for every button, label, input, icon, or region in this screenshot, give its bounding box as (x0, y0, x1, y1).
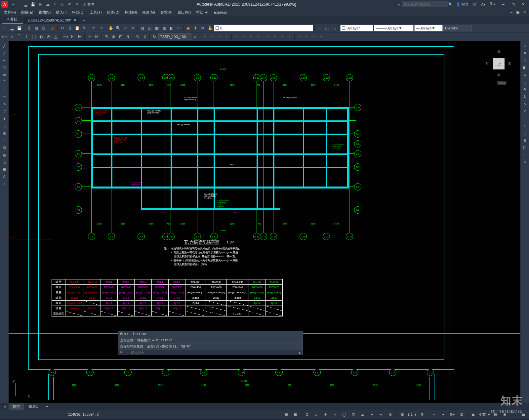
tb-close-icon[interactable]: ◧ (50, 25, 56, 31)
draw-arc-icon[interactable]: ⌒ (1, 79, 8, 85)
sb-ortho-icon[interactable]: ∟ (313, 411, 320, 418)
sb-ann2-icon[interactable]: ✦ (439, 411, 447, 418)
tb-freeze-icon[interactable]: ❄ (199, 25, 206, 31)
tb-redo-icon[interactable]: ↷ (98, 25, 104, 31)
draw-gradient-icon[interactable]: ▦ (1, 151, 8, 158)
draw-point-icon[interactable]: · (1, 137, 8, 144)
sb-tpy-icon[interactable]: ⊘ (387, 411, 394, 418)
tb-preview-icon[interactable]: ▤ (33, 25, 39, 31)
dim-base-icon[interactable]: Ⱶ (69, 33, 76, 40)
print-icon[interactable]: ⎙ (60, 2, 65, 7)
layout-tab-new[interactable]: + (43, 404, 51, 409)
wcs-badge[interactable]: WCS (497, 81, 507, 85)
redo-icon[interactable]: ↷ (74, 2, 79, 7)
mod2-break-icon[interactable]: ⊟ (521, 130, 528, 136)
menu-draw[interactable]: 绘图(D) (105, 9, 121, 16)
command-input[interactable] (130, 350, 297, 355)
command-line[interactable]: 命令: _texteⅢⅡ 当前设置: 端接模式 = Multiple 选择注释对… (118, 331, 303, 355)
tb-new-icon[interactable]: ▫ (1, 25, 8, 31)
sb-dyn-icon[interactable]: + (368, 411, 376, 418)
mod-stretch-icon[interactable]: ▫ (264, 33, 271, 40)
linetype-combo[interactable]: ——— ByLayer ▾ (374, 25, 414, 31)
sb-otrack-icon[interactable]: ∠ (359, 411, 366, 418)
mod-extend-icon[interactable]: ▫ (279, 33, 286, 40)
menu-view[interactable]: 视图(V) (37, 9, 53, 16)
dim-dia-icon[interactable]: ⊘ (45, 33, 52, 40)
sb-polar-icon[interactable]: ✳ (322, 411, 329, 418)
mod2-chamfer-icon[interactable]: ◸ (521, 144, 528, 151)
menu-dim[interactable]: 标注(N) (123, 9, 139, 16)
mod2-stretch-icon[interactable]: ⤢ (521, 108, 528, 114)
sb-grid-icon[interactable]: ⊞ (292, 411, 299, 418)
sb-sc-icon[interactable]: ▦ (398, 411, 406, 418)
plot-style-combo[interactable]: ByColor (443, 25, 472, 31)
dim-linear-icon[interactable]: ⟼ (1, 33, 8, 40)
mod2-copy-icon[interactable]: ⎘ (521, 57, 528, 63)
mod-offset-icon[interactable]: ▫ (224, 33, 230, 40)
save-icon[interactable]: 💾 (30, 2, 36, 7)
dim-aligned-icon[interactable]: ↗ (9, 33, 15, 40)
viewcube[interactable]: 上 北 南 东 西 (484, 49, 514, 79)
mod-chamfer-icon[interactable]: ▫ (303, 33, 310, 40)
layout-tab-model[interactable]: 模型 (9, 403, 24, 410)
mod2-scale-icon[interactable]: ⤡ (521, 101, 528, 107)
color-combo[interactable]: ByLayer (340, 25, 373, 31)
tab-file[interactable]: 200911241259074151799*✕ (24, 17, 80, 24)
draw-block-icon[interactable]: ▣ (1, 130, 8, 136)
mod-mirror-icon[interactable]: ▫ (216, 33, 223, 40)
dim-tol-icon[interactable]: ⊞ (103, 33, 109, 40)
mod-fillet-icon[interactable]: ▫ (310, 33, 317, 40)
mod-scale-icon[interactable]: ▫ (255, 33, 262, 40)
dim-jogln-icon[interactable]: ↯ (125, 33, 131, 40)
dim-center-icon[interactable]: ⊕ (110, 33, 117, 40)
nav-home-icon[interactable]: ⌂ (521, 42, 528, 49)
draw-insert-icon[interactable]: ⬚ (1, 122, 8, 129)
sb-lwt-icon[interactable]: ≡ (378, 411, 385, 418)
draw-mtext-icon[interactable]: A (1, 173, 8, 180)
mod-move-icon[interactable]: ▫ (240, 33, 247, 40)
dim-rad-icon[interactable]: ◯ (30, 33, 37, 40)
app-logo[interactable]: A (1, 1, 8, 8)
tb-zoom-icon[interactable]: 🔍 (115, 25, 121, 31)
menu-tools[interactable]: 工具(T) (88, 9, 104, 16)
web-icon[interactable]: ☁ (45, 2, 50, 7)
draw-hatch-icon[interactable]: ▨ (1, 144, 8, 151)
menu-edit[interactable]: 编辑(E) (19, 9, 35, 16)
tb-tp-icon[interactable]: ▦ (153, 25, 160, 31)
minimize-button[interactable]: ─ (499, 1, 508, 8)
open-icon[interactable]: ▂ (23, 2, 28, 7)
floor-plan[interactable]: 2-1 2-2 2-4 2-5 2-6 2-8 2-10 2-13 2-14 2… (71, 67, 359, 239)
lineweight-combo[interactable]: — ByLayer ▾ (414, 25, 443, 31)
tab-close-icon[interactable]: ✕ (73, 18, 76, 22)
mod2-array-icon[interactable]: ⊞ (521, 79, 528, 85)
menu-file[interactable]: 文件(F) (2, 9, 18, 16)
draw-ellarc-icon[interactable]: ◗ (1, 115, 8, 122)
dim-ord-icon[interactable]: ⊥ (23, 33, 30, 40)
mod2-rotate-icon[interactable]: ↻ (521, 93, 528, 100)
draw-region-icon[interactable]: ▢ (1, 159, 8, 165)
tb-copy-icon[interactable]: ⎘ (66, 25, 73, 31)
tb-publish-icon[interactable]: ⎙ (40, 25, 47, 31)
mod2-trim-icon[interactable]: ⟋ (521, 115, 528, 122)
tb-prop-icon[interactable]: ▤ (139, 25, 145, 31)
draw-line-icon[interactable]: ╱ (1, 42, 8, 49)
mod2-move-icon[interactable]: ✥ (521, 86, 528, 93)
draw-revcloud-icon[interactable]: 〰 (1, 93, 8, 100)
tb-dc-icon[interactable]: ◫ (146, 25, 153, 31)
mod-break-icon[interactable]: ▫ (286, 33, 293, 40)
menu-help[interactable]: 帮助(H) (194, 9, 210, 16)
saveas-icon[interactable]: ⎘ (38, 2, 43, 7)
tb-cut-icon[interactable]: ✂ (59, 25, 66, 31)
draw-circle-icon[interactable]: ○ (1, 86, 8, 93)
menu-window[interactable]: 窗口(W) (176, 9, 193, 16)
draw-table-icon[interactable]: ▦ (1, 166, 8, 173)
dim-insp-icon[interactable]: ⊡ (117, 33, 124, 40)
mod2-fillet-icon[interactable]: ◜ (521, 151, 528, 158)
menu-express[interactable]: Express (212, 10, 229, 15)
dim-ang-icon[interactable]: △ (52, 33, 59, 40)
draw-xline-icon[interactable]: ╱ (1, 50, 8, 56)
tb-layprev-icon[interactable]: ⬚ (323, 25, 330, 31)
mod-erase-icon[interactable]: ▫ (202, 33, 208, 40)
tb-qcalc-icon[interactable]: ▭ (175, 25, 182, 31)
dim-break-icon[interactable]: ⊮ (93, 33, 100, 40)
